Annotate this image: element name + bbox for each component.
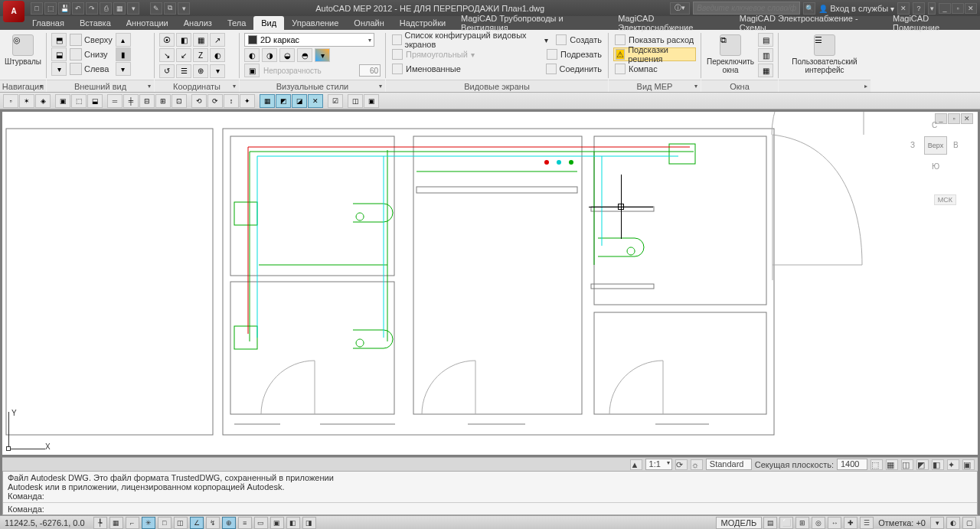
view-scroll-handle-icon[interactable]: ▮	[116, 47, 131, 61]
tb-19-icon[interactable]: ✕	[308, 94, 323, 108]
ui-button[interactable]: ☰ Пользовательский интерфейс	[786, 33, 863, 76]
panel-label-coords[interactable]: Координаты▾	[155, 80, 239, 92]
anno-c-icon[interactable]: ◫	[901, 459, 913, 470]
qat-props-icon[interactable]: ⧉	[164, 2, 176, 15]
search-icon[interactable]: 🔍	[803, 2, 815, 15]
viewcube-east[interactable]: В	[953, 141, 959, 149]
tb-8-icon[interactable]: ╪	[123, 94, 139, 108]
view-scroll-up-icon[interactable]: ▴	[116, 33, 131, 47]
panel-label-mep[interactable]: Вид MEP▾	[609, 80, 701, 92]
menu-tab-2[interactable]: Аннотации	[119, 16, 176, 30]
anno-vis-icon[interactable]: ☼	[691, 459, 703, 470]
tb-14-icon[interactable]: ↕	[224, 94, 239, 108]
tb-13-icon[interactable]: ⟳	[207, 94, 223, 108]
qat-more-icon[interactable]: ▾	[127, 2, 139, 15]
tb-15-icon[interactable]: ✦	[240, 94, 255, 108]
ucs-view-icon[interactable]: ▦	[193, 33, 208, 47]
clean-screen-icon[interactable]: ▢	[962, 517, 976, 529]
ucs-named-icon[interactable]: ☰	[176, 64, 191, 78]
menu-tab-5[interactable]: Вид	[253, 16, 284, 30]
viewport-trim-button[interactable]: Подрезать	[545, 47, 603, 61]
coords-readout[interactable]: 11242.5, -6276.1, 0.0	[0, 518, 90, 527]
tile-h-icon[interactable]: ▤	[758, 33, 773, 47]
tb-18-icon[interactable]: ◪	[292, 94, 307, 108]
menu-tab-10[interactable]: MagiCAD Электроснабжение	[610, 16, 731, 30]
anno-d-icon[interactable]: ◩	[916, 459, 929, 470]
vs-color-icon[interactable]: ▾	[315, 48, 330, 62]
menu-tab-0[interactable]: Главная	[24, 16, 72, 30]
vs-3-icon[interactable]: ◒	[279, 48, 295, 62]
wcs-label[interactable]: МСК	[934, 194, 956, 205]
am-toggle[interactable]: ◨	[302, 517, 316, 529]
viewport-join-button[interactable]: Соединить	[544, 62, 604, 76]
tb-20-icon[interactable]: ☑	[328, 94, 343, 108]
menu-tab-8[interactable]: Надстройки	[392, 16, 453, 30]
menu-tab-11[interactable]: MagiCAD Электроснабжение - Схемы	[732, 16, 885, 30]
app-menu-icon[interactable]: A	[3, 1, 24, 22]
ducs-toggle[interactable]: ↯	[206, 517, 220, 529]
view-unsaved-icon[interactable]: ⬓	[51, 47, 67, 61]
snap-toggle[interactable]: ╄	[93, 517, 107, 529]
tb-3-icon[interactable]: ◈	[35, 94, 51, 108]
tb-6-icon[interactable]: ⬓	[87, 94, 103, 108]
ucs-z-icon[interactable]: Z	[193, 48, 208, 62]
tb-9-icon[interactable]: ⊟	[139, 94, 155, 108]
grid-toggle[interactable]: ▦	[109, 517, 123, 529]
viewcube-north[interactable]: С	[932, 121, 937, 129]
qat-save-icon[interactable]: 💾	[58, 2, 70, 15]
3dosnap-toggle[interactable]: ◫	[174, 517, 188, 529]
infocenter-dd-icon[interactable]: ⓘ▾	[670, 2, 690, 15]
viewcube[interactable]: С Ю З В Верх	[909, 119, 962, 173]
ucs-world-icon[interactable]: ⦿	[159, 33, 175, 47]
solution-hints-button[interactable]: ⚠Подсказки решения	[613, 47, 696, 61]
tb-16-icon[interactable]: ▦	[260, 94, 275, 108]
ucs-origin-icon[interactable]: ⊕	[193, 64, 208, 78]
layout-quick-icon[interactable]: ▤	[763, 517, 777, 529]
maximize-button[interactable]: ▫	[952, 3, 964, 14]
steering-wheel-button[interactable]: ◎ Штурвалы	[3, 33, 43, 67]
sp-6-icon[interactable]: ▾	[930, 517, 944, 529]
search-input[interactable]	[693, 2, 800, 15]
anno-style-combo[interactable]: Standard	[706, 459, 752, 470]
tpy-toggle[interactable]: ▭	[254, 517, 268, 529]
view-top-button[interactable]: Сверху	[70, 33, 113, 47]
command-input[interactable]: Команда:	[3, 502, 977, 514]
qat-print-icon[interactable]: ⎙	[100, 2, 112, 15]
viewport-config-button[interactable]: Список конфигураций видовых экранов ▾	[390, 33, 550, 47]
tb-11-icon[interactable]: ⊡	[172, 94, 187, 108]
tb-5-icon[interactable]: ⬚	[71, 94, 87, 108]
view-back-icon[interactable]: ⬒	[51, 33, 67, 47]
view-manager-icon[interactable]: ▾	[51, 62, 67, 76]
tb-12-icon[interactable]: ⟲	[191, 94, 207, 108]
qp-toggle[interactable]: ▣	[270, 517, 284, 529]
qat-match-icon[interactable]: ✎	[150, 2, 162, 15]
dyn-toggle[interactable]: ⊕	[222, 517, 236, 529]
sp-3-icon[interactable]: ↔	[828, 517, 841, 529]
vs-shade-icon[interactable]: ▣	[244, 64, 260, 77]
viewport-named-button[interactable]: Именованные	[390, 62, 540, 76]
view-bottom-button[interactable]: Снизу	[70, 47, 113, 61]
ucs-3-icon[interactable]: ↙	[176, 48, 191, 62]
layout-max-icon[interactable]: ⬜	[779, 517, 793, 529]
qat-dd-icon[interactable]: ▾	[178, 2, 190, 15]
menu-tab-3[interactable]: Анализ	[176, 16, 220, 30]
qat-redo-icon[interactable]: ↷	[86, 2, 98, 15]
qat-undo-icon[interactable]: ↶	[72, 2, 84, 15]
tb-4-icon[interactable]: ▣	[55, 94, 70, 108]
panel-label-views[interactable]: Внешний вид▾	[47, 80, 154, 92]
otrack-toggle[interactable]: ∠	[190, 517, 204, 529]
menu-tab-6[interactable]: Управление	[284, 16, 346, 30]
tb-1-icon[interactable]: ▫	[3, 94, 18, 108]
minimize-button[interactable]: _	[939, 3, 951, 14]
vs-1-icon[interactable]: ◐	[244, 48, 260, 62]
ucs-1-icon[interactable]: ↗	[210, 33, 225, 47]
anno-b-icon[interactable]: ▦	[886, 459, 898, 470]
tb-22-icon[interactable]: ▣	[364, 94, 379, 108]
login-link[interactable]: 👤 Вход в службы ▾	[818, 4, 894, 13]
visual-style-combo[interactable]: 2D каркас	[244, 33, 374, 47]
cascade-icon[interactable]: ▦	[758, 64, 773, 77]
anno-person-icon[interactable]: ▲	[630, 459, 642, 470]
elevation-label[interactable]: Отметка: +0	[875, 518, 929, 527]
polar-toggle[interactable]: ✳	[142, 517, 155, 529]
tile-v-icon[interactable]: ▥	[758, 48, 773, 62]
